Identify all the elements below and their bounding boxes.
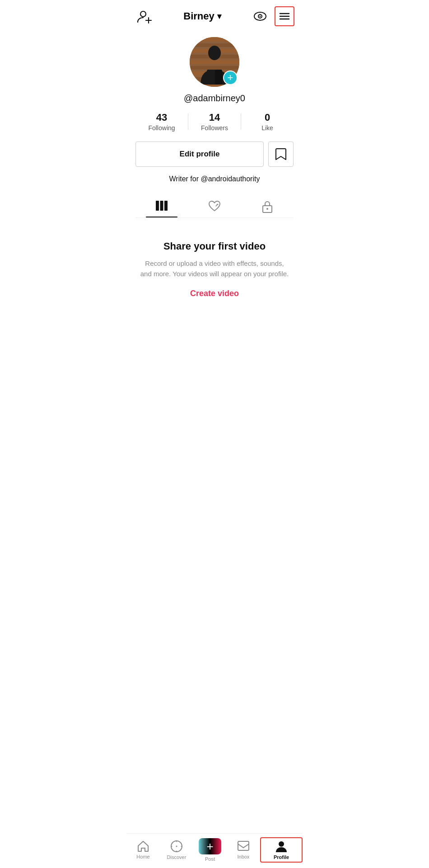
svg-rect-24 bbox=[164, 201, 168, 211]
svg-rect-21 bbox=[215, 70, 222, 85]
header: Birney ▾ bbox=[126, 0, 303, 33]
nav-home-label: Home bbox=[136, 854, 149, 859]
following-label: Following bbox=[148, 124, 175, 132]
svg-point-0 bbox=[140, 11, 146, 17]
followers-count: 14 bbox=[209, 112, 220, 123]
svg-point-19 bbox=[208, 46, 221, 60]
svg-rect-15 bbox=[190, 66, 239, 70]
svg-rect-23 bbox=[160, 201, 163, 211]
svg-rect-22 bbox=[156, 201, 159, 211]
add-user-button[interactable] bbox=[135, 6, 154, 26]
svg-point-29 bbox=[176, 846, 177, 847]
header-name: Birney bbox=[183, 10, 214, 22]
nav-inbox-label: Inbox bbox=[238, 854, 250, 859]
svg-rect-10 bbox=[190, 37, 239, 42]
post-icon: + bbox=[199, 838, 221, 854]
svg-rect-34 bbox=[238, 841, 249, 850]
svg-rect-20 bbox=[207, 70, 214, 85]
tab-videos[interactable] bbox=[135, 194, 188, 217]
edit-profile-button[interactable]: Edit profile bbox=[135, 142, 264, 167]
svg-point-5 bbox=[259, 16, 261, 17]
create-video-button[interactable]: Create video bbox=[190, 289, 239, 298]
bookmark-button[interactable] bbox=[268, 142, 294, 167]
tab-private[interactable] bbox=[241, 194, 294, 217]
bio-text: Writer for @androidauthority bbox=[169, 175, 260, 183]
likes-label: Like bbox=[261, 124, 273, 132]
likes-count: 0 bbox=[265, 112, 270, 123]
username-label: @adambirney0 bbox=[184, 93, 245, 104]
following-count: 43 bbox=[156, 112, 167, 123]
chevron-down-icon: ▾ bbox=[217, 11, 221, 21]
nav-discover-label: Discover bbox=[167, 854, 187, 860]
profile-buttons-row: Edit profile bbox=[135, 142, 294, 167]
svg-point-35 bbox=[279, 841, 284, 847]
nav-profile-label: Profile bbox=[274, 854, 289, 860]
header-right bbox=[250, 6, 294, 26]
avatar-wrapper: + bbox=[190, 37, 239, 87]
followers-label: Followers bbox=[201, 124, 228, 132]
menu-button[interactable] bbox=[275, 6, 294, 26]
eye-button[interactable] bbox=[250, 6, 270, 26]
bottom-navigation: Home Discover + Post Inbox P bbox=[126, 833, 303, 868]
nav-profile[interactable]: Profile bbox=[260, 837, 303, 863]
empty-state-title: Share your first video bbox=[163, 241, 266, 252]
followers-stat[interactable]: 14 Followers bbox=[188, 112, 241, 132]
profile-title[interactable]: Birney ▾ bbox=[183, 10, 221, 22]
likes-stat[interactable]: 0 Like bbox=[241, 112, 294, 132]
empty-state: Share your first video Record or upload … bbox=[126, 218, 303, 312]
content-tabs bbox=[135, 194, 294, 218]
svg-point-27 bbox=[266, 208, 268, 210]
tab-liked[interactable] bbox=[188, 194, 241, 217]
nav-post[interactable]: + Post bbox=[193, 838, 227, 862]
empty-state-description: Record or upload a video with effects, s… bbox=[140, 259, 289, 279]
svg-rect-14 bbox=[190, 60, 239, 64]
nav-discover[interactable]: Discover bbox=[160, 838, 193, 862]
add-photo-button[interactable]: + bbox=[223, 71, 238, 85]
nav-home[interactable]: Home bbox=[126, 839, 160, 861]
nav-post-label: Post bbox=[205, 856, 215, 862]
nav-inbox[interactable]: Inbox bbox=[227, 839, 260, 861]
following-stat[interactable]: 43 Following bbox=[135, 112, 188, 132]
stats-row: 43 Following 14 Followers 0 Like bbox=[135, 112, 294, 132]
profile-section: + @adambirney0 43 Following 14 Followers… bbox=[126, 33, 303, 218]
